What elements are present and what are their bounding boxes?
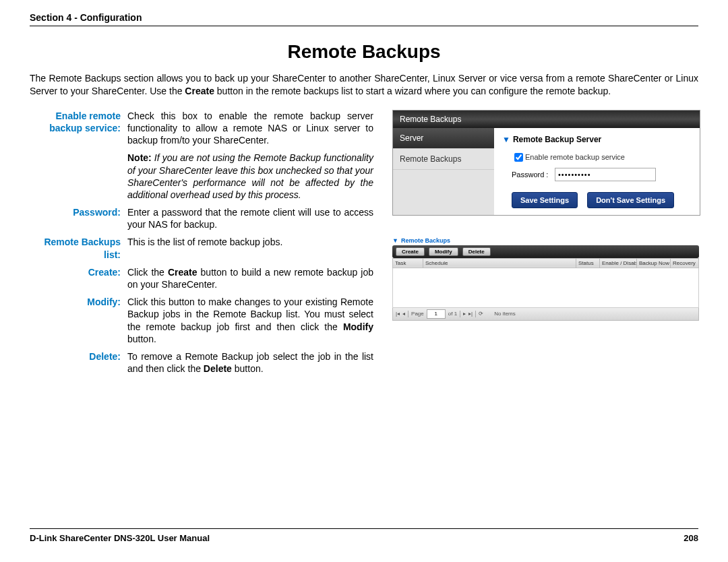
delete-button[interactable]: Delete	[462, 247, 491, 256]
col-backup-now[interactable]: Backup Now	[637, 258, 671, 268]
create-button[interactable]: Create	[396, 247, 425, 256]
note-text: If you are not using the Remote Backup f…	[127, 152, 373, 200]
password-field-label: Password :	[512, 170, 551, 179]
triangle-down-icon: ▼	[392, 237, 398, 244]
modify-text-a: Click this button to make changes to you…	[127, 296, 373, 332]
pager-bar: |◂ ◂ Page of 1 ▸ ▸| ⟳ No items	[392, 308, 699, 321]
enable-remote-backup-checkbox[interactable]	[514, 153, 523, 162]
delete-desc: To remove a Remote Backup job select the…	[127, 350, 373, 375]
pager-prev-icon[interactable]: ◂	[402, 311, 405, 317]
intro-text-b: button in the remote backups list to sta…	[214, 86, 611, 96]
modify-label: Modify:	[30, 296, 127, 345]
intro-bold: Create	[185, 86, 214, 96]
sidebar-item-server[interactable]: Server	[393, 128, 494, 149]
enable-note: Note: If you are not using the Remote Ba…	[127, 152, 373, 201]
col-status[interactable]: Status	[576, 258, 600, 268]
list-desc: This is the list of remote backup jobs.	[127, 236, 373, 260]
create-desc: Click the Create button to build a new r…	[127, 266, 373, 290]
list-accordion-header[interactable]: ▼Remote Backups	[392, 237, 699, 244]
password-desc: Enter a password that the remote client …	[127, 206, 373, 230]
col-enable-disable[interactable]: Enable / Disable	[600, 258, 637, 268]
col-schedule[interactable]: Schedule	[423, 258, 576, 268]
screenshot-remote-backup-server: Remote Backups Server Remote Backups ▼Re…	[392, 110, 700, 216]
pager-page-input[interactable]	[427, 309, 446, 319]
pager-refresh-icon[interactable]: ⟳	[479, 311, 483, 317]
enable-label: Enable remote backup service:	[30, 110, 127, 147]
note-prefix: Note:	[127, 152, 152, 163]
checkbox-label: Enable remote backup service	[525, 153, 625, 161]
accordion-label: Remote Backup Server	[513, 135, 601, 144]
pager-of-label: of 1	[448, 311, 457, 317]
triangle-down-icon: ▼	[502, 135, 510, 144]
list-title: Remote Backups	[401, 237, 450, 244]
pager-page-label: Page	[411, 311, 424, 317]
pager-next-icon[interactable]: ▸	[463, 311, 466, 317]
pager-status: No items	[494, 311, 516, 317]
password-label: Password:	[30, 206, 127, 230]
create-bold: Create	[168, 267, 198, 278]
dont-save-settings-button[interactable]: Don't Save Settings	[587, 192, 674, 208]
modify-button[interactable]: Modify	[429, 247, 458, 256]
intro-paragraph: The Remote Backups section allows you to…	[30, 72, 698, 98]
pager-last-icon[interactable]: ▸|	[468, 311, 473, 317]
modify-desc: Click this button to make changes to you…	[127, 296, 373, 345]
page-title: Remote Backups	[30, 41, 698, 63]
delete-label: Delete:	[30, 350, 127, 375]
modify-bold: Modify	[343, 321, 373, 332]
footer-left: D-Link ShareCenter DNS-320L User Manual	[30, 533, 210, 543]
list-label: Remote Backups list:	[30, 236, 127, 260]
delete-bold: Delete	[204, 363, 232, 374]
footer-page-number: 208	[684, 533, 698, 543]
save-settings-button[interactable]: Save Settings	[512, 192, 578, 208]
sidebar-item-remote-backups[interactable]: Remote Backups	[393, 149, 494, 170]
password-input[interactable]	[555, 168, 656, 181]
table-empty-body	[392, 268, 699, 308]
section-header: Section 4 - Configuration	[30, 12, 698, 26]
create-label: Create:	[30, 266, 127, 290]
delete-text-b: button.	[232, 363, 264, 374]
backup-jobs-table: Task Schedule Status Enable / Disable Ba…	[392, 258, 699, 268]
pager-first-icon[interactable]: |◂	[396, 311, 400, 317]
screenshot-remote-backups-list: ▼Remote Backups Create Modify Delete Tas…	[392, 237, 699, 321]
accordion-header[interactable]: ▼Remote Backup Server	[502, 135, 692, 144]
create-text-a: Click the	[127, 267, 168, 278]
modify-text-b: button.	[127, 334, 156, 344]
col-task[interactable]: Task	[393, 258, 423, 268]
panel-title: Remote Backups	[393, 111, 700, 128]
enable-desc: Check this box to enable the remote back…	[127, 110, 373, 147]
col-recovery[interactable]: Recovery	[671, 258, 699, 268]
